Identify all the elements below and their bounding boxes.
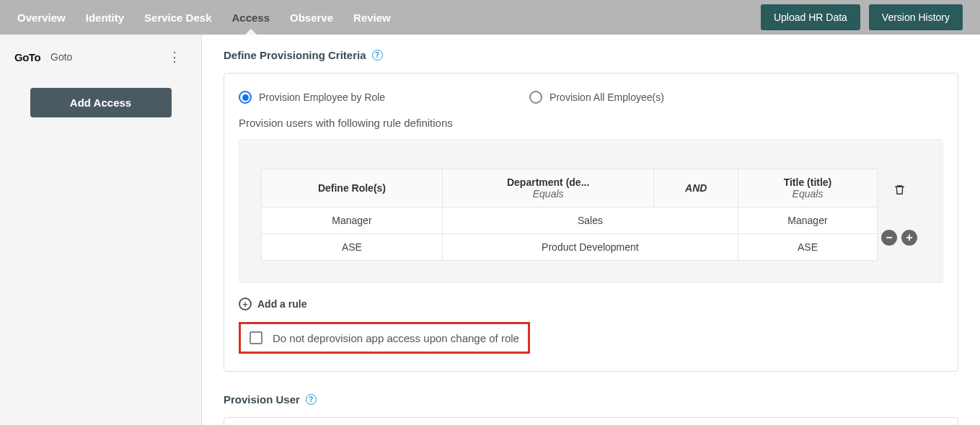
table-row: Manager Sales Manager xyxy=(262,207,878,234)
more-icon[interactable]: ⋮ xyxy=(162,46,187,68)
header-and: AND xyxy=(654,169,738,207)
provision-user-title-text: Provision User xyxy=(224,393,300,406)
deprovision-checkbox[interactable] xyxy=(250,331,262,344)
radio-provision-by-role[interactable]: Provision Employee by Role xyxy=(239,91,385,104)
criteria-panel: Provision Employee by Role Provision All… xyxy=(224,73,958,372)
cell-title: Manager xyxy=(738,207,877,234)
deprovision-option-highlight: Do not deprovision app access upon chang… xyxy=(239,322,530,354)
add-access-button[interactable]: Add Access xyxy=(30,88,172,117)
tab-identity[interactable]: Identity xyxy=(86,1,124,34)
remove-row-button[interactable]: − xyxy=(881,230,897,246)
nav-actions: Upload HR Data Version History xyxy=(761,4,963,30)
section-title-provision-user: Provision User ? xyxy=(224,393,958,406)
table-row: ASE Product Development ASE xyxy=(262,234,878,261)
add-rule-label: Add a rule xyxy=(257,298,306,310)
header-department: Department (de... Equals xyxy=(442,169,654,207)
plus-circle-icon: + xyxy=(239,298,252,310)
header-title: Title (title) Equals xyxy=(738,169,877,207)
cell-dept: Product Development xyxy=(442,234,738,261)
deprovision-label: Do not deprovision app access upon chang… xyxy=(273,332,519,344)
cell-dept: Sales xyxy=(442,207,738,234)
cell-role: Manager xyxy=(262,207,443,234)
tab-observe[interactable]: Observe xyxy=(290,1,333,34)
provision-user-panel xyxy=(224,417,958,425)
header-define-roles: Define Role(s) xyxy=(262,169,443,207)
tab-review[interactable]: Review xyxy=(353,1,391,34)
tab-access[interactable]: Access xyxy=(231,1,270,34)
main-content: Define Provisioning Criteria ? Provision… xyxy=(202,35,980,425)
rules-table: Define Role(s) Department (de... Equals … xyxy=(261,169,878,261)
rules-caption: Provision users with following rule defi… xyxy=(239,117,943,129)
radio-by-role-label: Provision Employee by Role xyxy=(259,91,385,103)
help-icon[interactable]: ? xyxy=(372,50,383,61)
tab-overview[interactable]: Overview xyxy=(17,1,66,34)
add-rule-button[interactable]: + Add a rule xyxy=(239,298,943,310)
radio-unselected-icon xyxy=(529,91,542,104)
radio-selected-icon xyxy=(239,91,252,104)
cell-title: ASE xyxy=(738,234,877,261)
trash-icon[interactable] xyxy=(893,184,906,200)
criteria-title-text: Define Provisioning Criteria xyxy=(224,49,366,61)
help-icon[interactable]: ? xyxy=(306,394,317,405)
tab-service-desk[interactable]: Service Desk xyxy=(144,1,211,34)
goto-logo: GoTo xyxy=(14,51,40,63)
version-history-button[interactable]: Version History xyxy=(869,4,963,30)
radio-all-label: Provision All Employee(s) xyxy=(549,91,664,103)
app-name: Goto xyxy=(50,51,72,63)
radio-provision-all[interactable]: Provision All Employee(s) xyxy=(529,91,664,104)
cell-role: ASE xyxy=(262,234,443,261)
sidebar: GoTo Goto ⋮ Add Access xyxy=(0,35,202,425)
upload-hr-data-button[interactable]: Upload HR Data xyxy=(761,4,860,30)
top-nav: Overview Identity Service Desk Access Ob… xyxy=(0,0,980,35)
section-title-criteria: Define Provisioning Criteria ? xyxy=(224,49,958,61)
add-row-button[interactable]: + xyxy=(901,230,917,246)
nav-tabs: Overview Identity Service Desk Access Ob… xyxy=(17,1,391,34)
rules-box: Define Role(s) Department (de... Equals … xyxy=(239,139,943,283)
